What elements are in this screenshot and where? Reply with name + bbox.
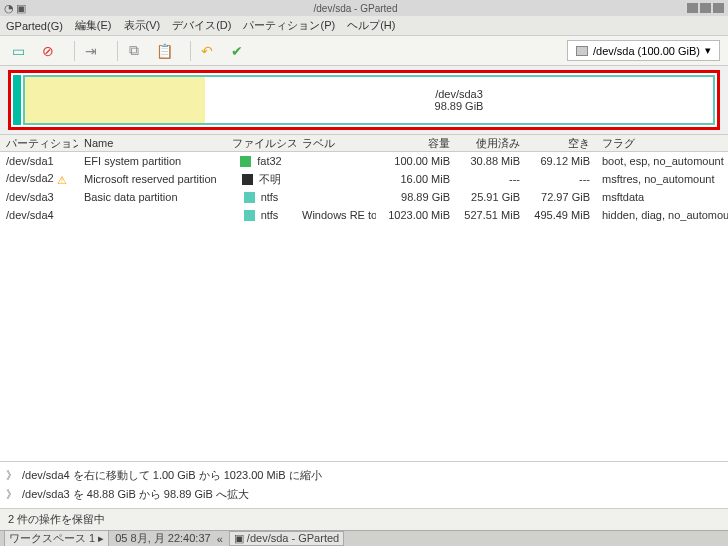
op-arrow-icon: 》	[6, 487, 17, 502]
table-row[interactable]: /dev/sda4ntfsWindows RE tools1023.00 MiB…	[0, 206, 728, 224]
cell-capacity: 16.00 MiB	[376, 173, 456, 185]
menu-help[interactable]: ヘルプ(H)	[347, 18, 395, 33]
col-label[interactable]: ラベル	[296, 136, 376, 151]
operation-line[interactable]: 》 /dev/sda4 を右に移動して 1.00 GiB から 1023.00 …	[6, 466, 722, 485]
chevron-down-icon: ▾	[705, 44, 711, 57]
minimize-button[interactable]	[687, 3, 698, 13]
cell-filesystem: ntfs	[226, 191, 296, 204]
apply-button[interactable]: ✔	[227, 41, 247, 61]
col-filesystem[interactable]: ファイルシステム	[226, 136, 296, 151]
cell-flags: hidden, diag, no_automount	[596, 209, 728, 221]
fs-color-icon	[244, 192, 255, 203]
delete-button[interactable]: ⊘	[38, 41, 58, 61]
partition-visual-small[interactable]	[13, 75, 21, 125]
table-body: /dev/sda1EFI system partitionfat32100.00…	[0, 152, 728, 461]
warning-icon: ⚠	[57, 174, 69, 186]
cell-filesystem: ntfs	[226, 209, 296, 222]
pending-operations: 》 /dev/sda4 を右に移動して 1.00 GiB から 1023.00 …	[0, 461, 728, 508]
cell-partition: /dev/sda3	[0, 191, 78, 203]
close-button[interactable]	[713, 3, 724, 13]
menu-edit[interactable]: 編集(E)	[75, 18, 112, 33]
cell-partition: /dev/sda1	[0, 155, 78, 167]
new-button[interactable]: ▭	[8, 41, 28, 61]
visual-part-size: 98.89 GiB	[435, 100, 484, 112]
col-partition[interactable]: パーティション	[0, 136, 78, 151]
cell-name: Basic data partition	[78, 191, 226, 203]
cell-name: EFI system partition	[78, 155, 226, 167]
disk-icon	[576, 46, 588, 56]
menu-partition[interactable]: パーティション(P)	[243, 18, 335, 33]
cell-used: 527.51 MiB	[456, 209, 526, 221]
cell-capacity: 100.00 MiB	[376, 155, 456, 167]
paste-button[interactable]: 📋	[154, 41, 174, 61]
resize-button[interactable]: ⇥	[81, 41, 101, 61]
menu-device[interactable]: デバイス(D)	[172, 18, 231, 33]
operation-text: /dev/sda3 を 48.88 GiB から 98.89 GiB へ拡大	[22, 487, 249, 502]
cell-capacity: 98.89 GiB	[376, 191, 456, 203]
device-selector[interactable]: /dev/sda (100.00 GiB) ▾	[567, 40, 720, 61]
window-titlebar: ◔ ▣ /dev/sda - GParted	[0, 0, 728, 16]
operation-line[interactable]: 》 /dev/sda3 を 48.88 GiB から 98.89 GiB へ拡大	[6, 485, 722, 504]
taskbar: ワークスペース 1 ▸ 05 8月, 月 22:40:37 « ▣ /dev/s…	[0, 530, 728, 546]
cell-partition: /dev/sda4	[0, 209, 78, 221]
window-title: /dev/sda - GParted	[26, 3, 685, 14]
col-name[interactable]: Name	[78, 137, 226, 149]
menu-gparted[interactable]: GParted(G)	[6, 20, 63, 32]
cell-filesystem: 不明	[226, 172, 296, 187]
cell-name: Microsoft reserved partition	[78, 173, 226, 185]
maximize-button[interactable]	[700, 3, 711, 13]
table-row[interactable]: /dev/sda3Basic data partitionntfs98.89 G…	[0, 188, 728, 206]
cell-capacity: 1023.00 MiB	[376, 209, 456, 221]
cell-used: ---	[456, 173, 526, 185]
cell-used: 30.88 MiB	[456, 155, 526, 167]
taskbar-chevron-icon[interactable]: «	[217, 533, 223, 545]
cell-filesystem: fat32	[226, 155, 296, 168]
cell-flags: msftres, no_automount	[596, 173, 728, 185]
status-bar: 2 件の操作を保留中	[0, 508, 728, 530]
taskbar-clock: 05 8月, 月 22:40:37	[115, 531, 210, 546]
table-header: パーティション Name ファイルシステム ラベル 容量 使用済み 空き フラグ	[0, 134, 728, 152]
col-used[interactable]: 使用済み	[456, 136, 526, 151]
taskbar-workspace[interactable]: ワークスペース 1 ▸	[4, 530, 109, 546]
cell-used: 25.91 GiB	[456, 191, 526, 203]
cell-partition: /dev/sda2 ⚠	[0, 172, 78, 185]
cell-label: Windows RE tools	[296, 209, 376, 221]
app-window-icon: ▣	[16, 2, 26, 15]
cell-flags: boot, esp, no_automount	[596, 155, 728, 167]
toolbar: ▭ ⊘ ⇥ ⧉ 📋 ↶ ✔ /dev/sda (100.00 GiB) ▾	[0, 36, 728, 66]
copy-button[interactable]: ⧉	[124, 41, 144, 61]
partition-visual-highlight: /dev/sda3 98.89 GiB	[8, 70, 720, 130]
undo-button[interactable]: ↶	[197, 41, 217, 61]
app-menu-icon[interactable]: ◔	[4, 2, 14, 15]
table-row[interactable]: /dev/sda2 ⚠Microsoft reserved partition不…	[0, 170, 728, 188]
cell-flags: msftdata	[596, 191, 728, 203]
taskbar-app[interactable]: ▣ /dev/sda - GParted	[229, 531, 344, 546]
fs-color-icon	[242, 174, 253, 185]
partition-visual-free: /dev/sda3 98.89 GiB	[205, 77, 713, 123]
col-flags[interactable]: フラグ	[596, 136, 728, 151]
col-free[interactable]: 空き	[526, 136, 596, 151]
fs-color-icon	[240, 156, 251, 167]
partition-visual-main[interactable]: /dev/sda3 98.89 GiB	[23, 75, 715, 125]
cell-free: 495.49 MiB	[526, 209, 596, 221]
operation-text: /dev/sda4 を右に移動して 1.00 GiB から 1023.00 Mi…	[22, 468, 322, 483]
op-arrow-icon: 》	[6, 468, 17, 483]
device-selector-label: /dev/sda (100.00 GiB)	[593, 45, 700, 57]
cell-free: 72.97 GiB	[526, 191, 596, 203]
cell-free: ---	[526, 173, 596, 185]
status-text: 2 件の操作を保留中	[8, 512, 105, 527]
cell-free: 69.12 MiB	[526, 155, 596, 167]
visual-part-name: /dev/sda3	[435, 88, 483, 100]
fs-color-icon	[244, 210, 255, 221]
menubar: GParted(G) 編集(E) 表示(V) デバイス(D) パーティション(P…	[0, 16, 728, 36]
table-row[interactable]: /dev/sda1EFI system partitionfat32100.00…	[0, 152, 728, 170]
partition-visual-used	[25, 77, 205, 123]
menu-view[interactable]: 表示(V)	[124, 18, 161, 33]
partition-visual-wrap: /dev/sda3 98.89 GiB	[0, 66, 728, 134]
col-capacity[interactable]: 容量	[376, 136, 456, 151]
